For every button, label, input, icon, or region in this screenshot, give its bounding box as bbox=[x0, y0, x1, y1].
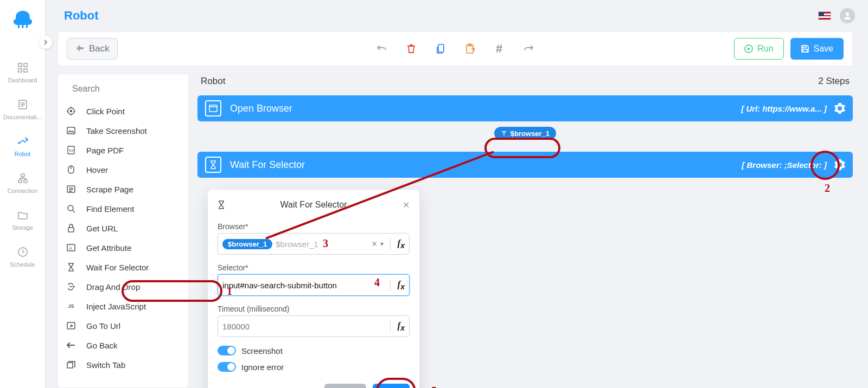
palette-item[interactable]: Drag And Drop bbox=[58, 277, 188, 296]
timeout-field-label: Timeout (millisecond) bbox=[218, 305, 410, 313]
palette-item[interactable]: JSInject JavaScript bbox=[58, 296, 188, 316]
svg-text:A: A bbox=[69, 245, 72, 251]
svg-point-36 bbox=[68, 205, 73, 211]
search-input-wrap[interactable] bbox=[63, 80, 183, 98]
fx-icon[interactable]: fx bbox=[397, 279, 405, 291]
nav-connection[interactable]: Connection bbox=[0, 170, 45, 196]
js-icon: JS bbox=[66, 301, 76, 312]
nav-rail: Dashboard Documentati... Robot Connectio… bbox=[0, 0, 46, 388]
delete-button[interactable] bbox=[406, 43, 417, 54]
ignore-error-toggle-row[interactable]: Ignore error bbox=[218, 362, 410, 372]
svg-rect-27 bbox=[67, 127, 75, 134]
palette-item[interactable]: Go To Url bbox=[58, 316, 188, 335]
palette-item-wait-for-selector[interactable]: Wait For Selector bbox=[58, 257, 188, 277]
svg-rect-41 bbox=[67, 363, 73, 368]
selector-field[interactable]: fx bbox=[218, 274, 410, 296]
nav-schedule[interactable]: Schedule bbox=[0, 244, 45, 270]
step-wait-for-selector[interactable]: Wait For Selector [ Browser: ;Selector: … bbox=[197, 152, 853, 178]
hash-button[interactable]: # bbox=[494, 43, 505, 54]
palette-item[interactable]: AGet Attribute bbox=[58, 238, 188, 257]
run-button[interactable]: Run bbox=[734, 38, 783, 60]
save-button[interactable]: Save bbox=[790, 38, 844, 60]
selector-field-label: Selector* bbox=[218, 263, 410, 272]
save-label: Save bbox=[814, 44, 833, 54]
run-label: Run bbox=[757, 44, 773, 54]
redo-button[interactable] bbox=[523, 43, 534, 54]
dragdrop-icon bbox=[66, 281, 76, 292]
palette-item[interactable]: PDFPage PDF bbox=[58, 140, 188, 160]
clear-icon[interactable]: × bbox=[372, 238, 378, 250]
nav-label: Connection bbox=[8, 187, 38, 194]
pdf-icon: PDF bbox=[66, 145, 76, 156]
svg-rect-22 bbox=[803, 46, 806, 48]
fx-icon[interactable]: fx bbox=[397, 320, 405, 332]
palette-item[interactable]: Scrape Page bbox=[58, 179, 188, 199]
browser-field-label: Browser* bbox=[218, 222, 410, 231]
svg-rect-23 bbox=[803, 49, 807, 52]
step-open-browser[interactable]: Open Browser [ Url: https://www.a... ] bbox=[197, 95, 853, 121]
nav-dashboard[interactable]: Dashboard bbox=[0, 60, 45, 86]
toggle-label: Screenshot bbox=[241, 346, 283, 355]
cancel-button[interactable]: Cancel bbox=[324, 384, 366, 388]
search-input[interactable] bbox=[72, 84, 181, 94]
svg-rect-42 bbox=[209, 105, 217, 112]
svg-point-11 bbox=[18, 143, 20, 144]
undo-button[interactable] bbox=[376, 43, 387, 54]
nav-storage[interactable]: Storage bbox=[0, 207, 45, 233]
step-title: Wait For Selector bbox=[230, 159, 305, 171]
save-icon bbox=[801, 44, 809, 53]
copy-button[interactable] bbox=[435, 43, 446, 54]
document-icon bbox=[17, 99, 29, 111]
svg-rect-13 bbox=[21, 174, 24, 177]
timeout-input[interactable] bbox=[222, 322, 384, 331]
back-label: Back bbox=[89, 43, 110, 54]
palette-item[interactable]: Click Point bbox=[58, 101, 188, 121]
palette-item[interactable]: Find Element bbox=[58, 199, 188, 218]
brand-logo bbox=[10, 7, 36, 33]
palette-label: Go Back bbox=[86, 341, 118, 350]
type-icon bbox=[501, 130, 507, 137]
action-bar: Back # Run Save bbox=[58, 31, 853, 66]
flag-icon[interactable] bbox=[818, 11, 831, 20]
output-chip-browser[interactable]: $browser_1 bbox=[494, 127, 556, 140]
step-title: Open Browser bbox=[230, 103, 292, 114]
toggle-switch[interactable] bbox=[218, 362, 236, 372]
nav-label: Robot bbox=[15, 151, 30, 157]
chip-label: $browser_1 bbox=[510, 130, 550, 138]
timeout-field[interactable]: fx bbox=[218, 315, 410, 337]
palette-item[interactable]: Take Screenshot bbox=[58, 121, 188, 140]
avatar[interactable] bbox=[840, 8, 855, 23]
step-config-dialog: Wait For Selector ✕ Browser* $browser_1 … bbox=[208, 190, 419, 388]
paste-button[interactable] bbox=[464, 43, 475, 54]
tabs-icon bbox=[66, 359, 76, 370]
toggle-switch[interactable] bbox=[218, 346, 236, 355]
palette-item[interactable]: Get URL bbox=[58, 218, 188, 238]
browser-pill[interactable]: $browser_1 bbox=[222, 239, 272, 249]
browser-field[interactable]: $browser_1 $browser_1 × ▾ fx bbox=[218, 233, 410, 255]
svg-rect-6 bbox=[24, 69, 27, 72]
mouse-icon bbox=[66, 164, 76, 175]
back-button[interactable]: Back bbox=[67, 38, 118, 60]
palette-item[interactable]: Switch Tab bbox=[58, 355, 188, 374]
gear-icon[interactable] bbox=[834, 159, 845, 170]
fx-icon[interactable]: fx bbox=[397, 238, 405, 250]
palette-item[interactable]: Hover bbox=[58, 160, 188, 179]
back-icon bbox=[75, 44, 85, 54]
svg-rect-37 bbox=[68, 228, 74, 232]
screenshot-toggle-row[interactable]: Screenshot bbox=[218, 346, 410, 355]
palette-item[interactable]: Go Back bbox=[58, 335, 188, 355]
close-icon[interactable]: ✕ bbox=[403, 200, 410, 210]
palette-label: Take Screenshot bbox=[86, 126, 147, 135]
screenshot-icon bbox=[66, 125, 76, 136]
arrow-left-icon bbox=[66, 340, 76, 351]
goto-icon bbox=[66, 320, 76, 331]
nav-robot[interactable]: Robot bbox=[0, 133, 45, 159]
page-title: Robot bbox=[64, 9, 99, 23]
gear-icon[interactable] bbox=[834, 103, 845, 114]
nav-documentation[interactable]: Documentati... bbox=[0, 96, 45, 122]
selector-input[interactable] bbox=[222, 281, 384, 290]
rail-expand-button[interactable] bbox=[39, 36, 52, 49]
dialog-save-button[interactable]: Save bbox=[373, 384, 410, 388]
chevron-down-icon[interactable]: ▾ bbox=[380, 240, 384, 248]
lock-icon bbox=[66, 223, 76, 234]
